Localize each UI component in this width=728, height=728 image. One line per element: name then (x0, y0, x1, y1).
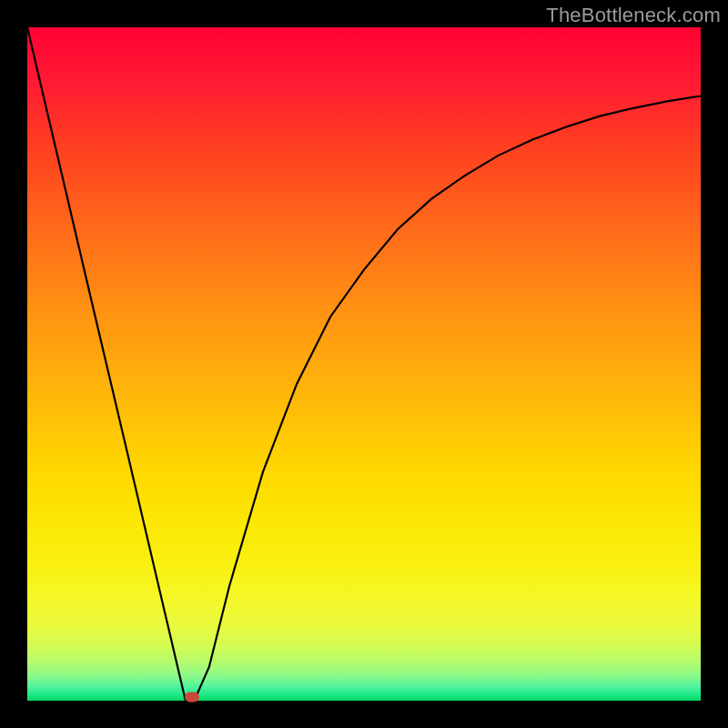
optimal-marker (185, 693, 199, 703)
watermark-text: TheBottleneck.com (546, 4, 721, 27)
chart-frame: TheBottleneck.com (0, 0, 728, 728)
curve-path (27, 27, 701, 701)
bottleneck-curve (27, 27, 701, 701)
